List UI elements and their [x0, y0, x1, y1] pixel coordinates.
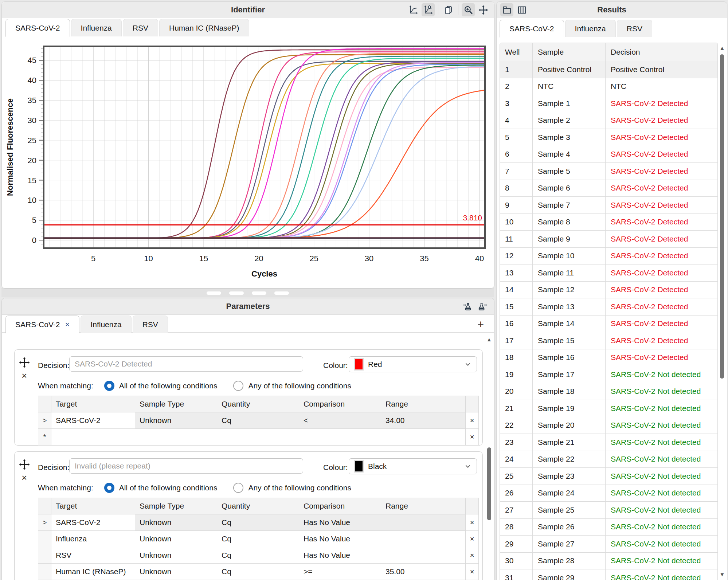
row-selector[interactable]: [38, 547, 51, 564]
condition-cell[interactable]: 34.00: [381, 412, 466, 429]
export-parameters-icon[interactable]: [476, 300, 489, 313]
drag-handle-icon[interactable]: [19, 357, 30, 368]
results-decision-cell[interactable]: SARS-CoV-2 Detected: [606, 180, 718, 197]
delete-condition-button[interactable]: ×: [466, 531, 479, 547]
row-selector[interactable]: [38, 531, 51, 547]
columns-view-icon[interactable]: [515, 3, 528, 16]
condition-cell-empty[interactable]: [135, 429, 217, 445]
condition-cell[interactable]: Human IC (RNaseP): [51, 564, 135, 580]
results-well-cell[interactable]: 14: [500, 282, 533, 299]
zoom-mode-icon[interactable]: [462, 3, 475, 16]
results-sample-cell[interactable]: Sample 20: [533, 417, 606, 434]
condition-cell[interactable]: Cq: [217, 531, 299, 547]
results-decision-cell[interactable]: SARS-CoV-2 Detected: [606, 231, 718, 248]
condition-cell[interactable]: Influenza: [51, 531, 135, 547]
results-column-header[interactable]: Sample: [533, 43, 606, 61]
results-sample-cell[interactable]: Sample 21: [533, 434, 606, 451]
results-decision-cell[interactable]: SARS-CoV-2 Detected: [606, 298, 718, 316]
results-decision-cell[interactable]: SARS-CoV-2 Not detected: [606, 366, 718, 383]
parameters-scrollbar[interactable]: ▲: [486, 336, 493, 579]
remove-rule-button[interactable]: ×: [21, 371, 27, 380]
results-sample-cell[interactable]: Sample 19: [533, 400, 606, 417]
results-sample-cell[interactable]: Sample 25: [533, 502, 606, 519]
condition-cell-empty[interactable]: [51, 429, 135, 445]
results-decision-cell[interactable]: SARS-CoV-2 Detected: [606, 214, 718, 231]
results-decision-cell[interactable]: SARS-CoV-2 Detected: [606, 316, 718, 333]
condition-cell[interactable]: Unknown: [135, 564, 217, 580]
results-well-cell[interactable]: 6: [500, 146, 533, 163]
condition-cell[interactable]: Cq: [217, 564, 299, 580]
condition-cell[interactable]: Cq: [217, 412, 299, 429]
results-well-cell[interactable]: 12: [500, 248, 533, 265]
condition-cell[interactable]: Cq: [217, 514, 299, 531]
results-sample-cell[interactable]: Positive Control: [533, 61, 606, 78]
results-sample-cell[interactable]: Sample 10: [533, 248, 606, 265]
decision-input[interactable]: [69, 356, 303, 372]
condition-cell[interactable]: Has No Value: [299, 547, 381, 564]
results-decision-cell[interactable]: SARS-CoV-2 Detected: [606, 163, 718, 180]
radio-all-conditions[interactable]: [104, 483, 114, 493]
results-decision-cell[interactable]: SARS-CoV-2 Detected: [606, 112, 718, 129]
results-column-header[interactable]: Decision: [606, 43, 718, 61]
condition-cell[interactable]: [381, 531, 466, 547]
results-sample-cell[interactable]: Sample 3: [533, 129, 606, 146]
results-sample-cell[interactable]: Sample 11: [533, 264, 606, 282]
results-sample-cell[interactable]: Sample 1: [533, 95, 606, 112]
results-sample-cell[interactable]: Sample 28: [533, 553, 606, 570]
results-sample-cell[interactable]: Sample 14: [533, 316, 606, 333]
panel-splitter[interactable]: [1, 289, 494, 297]
results-decision-cell[interactable]: Positive Control: [606, 61, 718, 78]
open-results-icon[interactable]: [500, 3, 513, 16]
results-well-cell[interactable]: 20: [500, 383, 533, 400]
condition-cell[interactable]: Cq: [217, 547, 299, 564]
results-decision-cell[interactable]: SARS-CoV-2 Not detected: [606, 417, 718, 434]
results-well-cell[interactable]: 5: [500, 129, 533, 146]
import-parameters-icon[interactable]: [461, 300, 474, 313]
condition-cell[interactable]: >=: [299, 564, 381, 580]
condition-cell-empty[interactable]: [299, 429, 381, 445]
condition-cell[interactable]: Unknown: [135, 531, 217, 547]
results-well-cell[interactable]: 25: [500, 468, 533, 485]
results-sample-cell[interactable]: Sample 24: [533, 485, 606, 502]
chart-scale-icon[interactable]: [407, 3, 420, 16]
parameters-tab-rsv[interactable]: RSV: [133, 316, 168, 333]
results-decision-cell[interactable]: SARS-CoV-2 Detected: [606, 332, 718, 349]
chart-threshold-icon[interactable]: [422, 3, 435, 16]
results-decision-cell[interactable]: SARS-CoV-2 Detected: [606, 129, 718, 146]
row-selector[interactable]: [38, 564, 51, 580]
results-well-cell[interactable]: 18: [500, 349, 533, 367]
results-scrollbar[interactable]: ▲ ▼: [719, 45, 726, 579]
results-decision-cell[interactable]: SARS-CoV-2 Not detected: [606, 468, 718, 485]
results-decision-cell[interactable]: SARS-CoV-2 Detected: [606, 95, 718, 112]
results-decision-cell[interactable]: SARS-CoV-2 Detected: [606, 264, 718, 282]
results-decision-cell[interactable]: SARS-CoV-2 Detected: [606, 282, 718, 299]
results-sample-cell[interactable]: Sample 18: [533, 383, 606, 400]
results-sample-cell[interactable]: Sample 2: [533, 112, 606, 129]
results-well-cell[interactable]: 24: [500, 451, 533, 468]
results-sample-cell[interactable]: Sample 9: [533, 231, 606, 248]
results-sample-cell[interactable]: Sample 15: [533, 332, 606, 349]
condition-cell-empty[interactable]: [217, 429, 299, 445]
results-decision-cell[interactable]: SARS-CoV-2 Not detected: [606, 434, 718, 451]
scrollbar-thumb[interactable]: [487, 447, 491, 520]
results-tab-sars-cov-2[interactable]: SARS-CoV-2: [500, 20, 564, 38]
identifier-tab-influenza[interactable]: Influenza: [71, 19, 122, 36]
results-sample-cell[interactable]: Sample 26: [533, 519, 606, 536]
results-sample-cell[interactable]: Sample 6: [533, 180, 606, 197]
results-well-cell[interactable]: 7: [500, 163, 533, 180]
results-well-cell[interactable]: 27: [500, 502, 533, 519]
results-decision-cell[interactable]: SARS-CoV-2 Not detected: [606, 553, 718, 570]
scrollbar-thumb[interactable]: [720, 54, 724, 379]
results-well-cell[interactable]: 29: [500, 536, 533, 553]
identifier-tab-human-ic-rnasep[interactable]: Human IC (RNaseP): [159, 19, 249, 36]
results-sample-cell[interactable]: Sample 29: [533, 569, 606, 580]
row-selector[interactable]: >: [38, 412, 51, 429]
results-decision-cell[interactable]: SARS-CoV-2 Not detected: [606, 519, 718, 536]
results-column-header[interactable]: Well: [500, 43, 533, 61]
condition-cell[interactable]: Unknown: [135, 514, 217, 531]
results-decision-cell[interactable]: SARS-CoV-2 Not detected: [606, 451, 718, 468]
identifier-tab-rsv[interactable]: RSV: [123, 19, 158, 36]
results-sample-cell[interactable]: Sample 17: [533, 366, 606, 383]
results-sample-cell[interactable]: NTC: [533, 78, 606, 95]
results-well-cell[interactable]: 30: [500, 553, 533, 570]
